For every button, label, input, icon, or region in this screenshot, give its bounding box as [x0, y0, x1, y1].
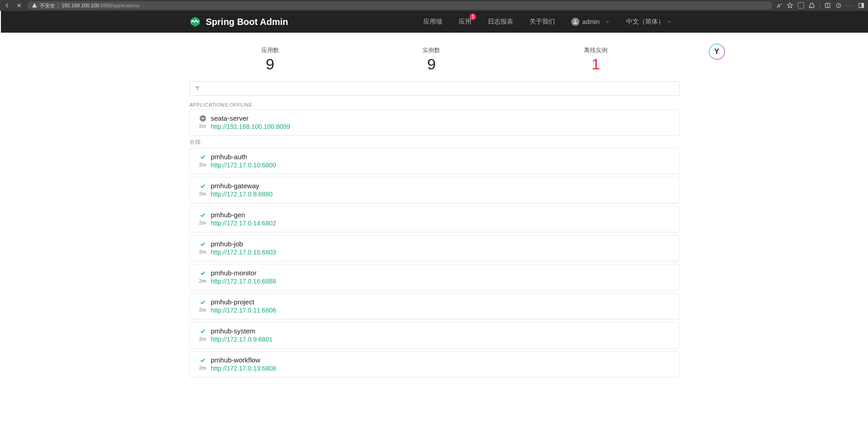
application-url-link[interactable]: http://172.17.0.13:6808 — [211, 365, 276, 372]
extensions-icon[interactable] — [809, 2, 815, 9]
reading-mode-icon[interactable]: A» — [777, 2, 782, 9]
nav-label: 关于我们 — [530, 18, 555, 26]
nav-applications[interactable]: 应用 1 — [451, 11, 480, 33]
chevron-down-icon — [667, 20, 672, 24]
nav-about[interactable]: 关于我们 — [521, 11, 563, 33]
sidebar-toggle-icon[interactable] — [858, 2, 864, 9]
main-content: Y 应用数 9 实例数 9 离线实例 1 APPLICATIONS.OFFLIN… — [190, 33, 680, 377]
uptime-label: 2m — [199, 191, 206, 196]
application-name: pmhub-gen — [211, 211, 673, 219]
status-up-icon — [200, 183, 206, 189]
uptime-label: 2m — [199, 278, 206, 284]
nav-user-menu[interactable]: admin — [563, 11, 618, 33]
stat-offline: 离线实例 1 — [584, 46, 608, 73]
url-text: 192.168.100.100:6888/applications — [62, 3, 139, 8]
stat-value: 1 — [584, 55, 608, 73]
application-name: pmhub-auth — [211, 153, 673, 161]
application-card[interactable]: 2m pmhub-gateway http://172.17.0.8:6880 — [190, 177, 680, 203]
application-card[interactable]: 2m pmhub-auth http://172.17.0.10:6800 — [190, 148, 680, 174]
status-up-icon — [200, 241, 206, 247]
filter-input[interactable] — [190, 81, 680, 96]
uptime-label: 2m — [199, 365, 206, 371]
uptime-label: 2m — [199, 307, 206, 313]
offline-list: 2m seata-server http://192.168.100.100:8… — [190, 109, 680, 136]
status-offline-icon — [200, 115, 206, 122]
stats-row: 应用数 9 实例数 9 离线实例 1 — [190, 46, 680, 73]
application-url-link[interactable]: http://172.17.0.14:6802 — [211, 220, 276, 227]
application-url-link[interactable]: http://192.168.100.100:8099 — [211, 123, 290, 130]
application-name: pmhub-monitor — [211, 269, 673, 277]
application-name: seata-server — [211, 114, 673, 122]
brand[interactable]: Spring Boot Admin — [190, 16, 288, 27]
online-list: 2m pmhub-auth http://172.17.0.10:6800 2m… — [190, 148, 680, 377]
status-up-icon — [200, 154, 206, 160]
language-label: 中文（简体） — [626, 18, 664, 26]
brand-text: Spring Boot Admin — [206, 17, 288, 27]
status-up-icon — [200, 357, 206, 363]
application-url-link[interactable]: http://172.17.0.9:6801 — [211, 336, 273, 343]
svg-point-5 — [574, 20, 576, 22]
svg-rect-3 — [862, 3, 863, 7]
section-online-heading: 在线 — [190, 138, 680, 146]
nav-journal[interactable]: 日志报表 — [480, 11, 521, 33]
nav-label: 应用 — [459, 18, 471, 26]
uptime-label: 2m — [199, 162, 206, 167]
close-button[interactable] — [15, 2, 23, 9]
section-offline-heading: APPLICATIONS.OFFLINE — [190, 102, 680, 108]
sync-icon[interactable] — [835, 2, 842, 9]
application-name: pmhub-gateway — [211, 182, 673, 190]
floating-logo[interactable]: Y — [709, 44, 725, 60]
application-card[interactable]: 2m pmhub-workflow http://172.17.0.13:680… — [190, 351, 680, 377]
application-url-link[interactable]: http://172.17.0.11:6806 — [211, 307, 276, 314]
application-card[interactable]: 2m pmhub-monitor http://172.17.0.16:6888 — [190, 264, 680, 290]
back-button[interactable] — [4, 2, 11, 9]
nav-label: 日志报表 — [488, 18, 513, 26]
application-card[interactable]: 2m pmhub-gen http://172.17.0.14:6802 — [190, 206, 680, 232]
stat-applications: 应用数 9 — [261, 46, 279, 73]
application-card[interactable]: 2m pmhub-system http://172.17.0.9:6801 — [190, 322, 680, 348]
uptime-label: 2m — [199, 336, 206, 342]
collections-icon[interactable] — [798, 2, 804, 9]
application-card[interactable]: 2m pmhub-project http://172.17.0.11:6806 — [190, 293, 680, 319]
application-url-link[interactable]: http://172.17.0.16:6888 — [211, 278, 276, 285]
stat-label: 应用数 — [261, 46, 279, 54]
application-url-link[interactable]: http://172.17.0.8:6880 — [211, 191, 273, 198]
chrome-toolbar-right: A» ··· — [777, 2, 864, 9]
split-screen-icon[interactable] — [824, 2, 831, 9]
application-card[interactable]: 2m seata-server http://192.168.100.100:8… — [190, 109, 680, 136]
warning-icon — [32, 3, 37, 8]
stat-instances: 实例数 9 — [422, 46, 440, 73]
notification-badge: 1 — [470, 14, 476, 20]
uptime-label: 2m — [199, 249, 206, 254]
nav-language-menu[interactable]: 中文（简体） — [618, 11, 680, 33]
application-name: pmhub-workflow — [211, 356, 673, 364]
stat-value: 9 — [422, 55, 440, 73]
application-name: pmhub-job — [211, 240, 673, 248]
status-up-icon — [200, 328, 206, 334]
stat-value: 9 — [261, 55, 279, 73]
security-warning-text: 不安全 — [40, 2, 55, 9]
application-url-link[interactable]: http://172.17.0.10:6800 — [211, 161, 276, 169]
page-viewport: Spring Boot Admin 应用墙 应用 1 日志报表 关于我们 adm… — [1, 11, 868, 445]
favorite-icon[interactable] — [787, 2, 793, 9]
uptime-label: 2m — [199, 220, 206, 225]
application-name: pmhub-project — [211, 298, 673, 306]
user-avatar-icon — [571, 18, 579, 26]
browser-chrome: 不安全 | 192.168.100.100:6888/applications … — [0, 0, 868, 11]
application-card[interactable]: 2m pmhub-job http://172.17.0.15:6803 — [190, 235, 680, 261]
nav-wallboard[interactable]: 应用墙 — [415, 11, 451, 33]
filter-icon — [195, 86, 200, 91]
application-url-link[interactable]: http://172.17.0.15:6803 — [211, 249, 276, 256]
more-menu-icon[interactable]: ··· — [846, 2, 853, 9]
uptime-label: 2m — [199, 123, 206, 129]
app-navbar: Spring Boot Admin 应用墙 应用 1 日志报表 关于我们 adm… — [1, 11, 868, 33]
chevron-down-icon — [605, 20, 610, 24]
address-bar[interactable]: 不安全 | 192.168.100.100:6888/applications — [27, 1, 772, 10]
user-name: admin — [582, 18, 599, 25]
stat-label: 离线实例 — [584, 46, 608, 54]
status-up-icon — [200, 212, 206, 218]
nav-label: 应用墙 — [423, 18, 442, 26]
brand-icon — [190, 16, 201, 27]
status-up-icon — [200, 270, 206, 276]
status-up-icon — [200, 299, 206, 305]
